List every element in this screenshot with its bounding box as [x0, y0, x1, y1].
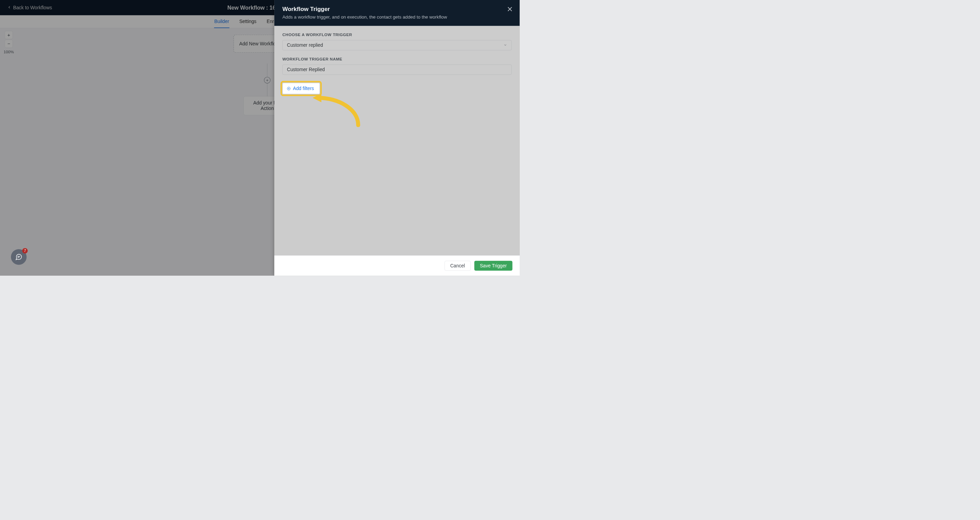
zoom-controls: + − 100% — [4, 31, 14, 54]
trigger-select[interactable]: Customer replied — [282, 40, 511, 51]
close-icon — [507, 6, 513, 13]
choose-trigger-label: CHOOSE A WORKFLOW TRIGGER — [282, 32, 511, 37]
panel-footer: Cancel Save Trigger — [274, 255, 520, 276]
chat-badge: 7 — [22, 248, 28, 254]
zoom-level-label: 100% — [4, 49, 14, 54]
back-label: Back to Workflows — [13, 5, 52, 10]
panel-body: CHOOSE A WORKFLOW TRIGGER Customer repli… — [274, 26, 520, 255]
chevron-down-icon — [504, 42, 508, 48]
tab-settings[interactable]: Settings — [239, 16, 256, 28]
add-step-button[interactable]: + — [264, 77, 270, 84]
panel-subtitle: Adds a workflow trigger, and on executio… — [282, 14, 511, 19]
chat-widget[interactable]: 7 — [11, 249, 27, 265]
add-filters-button[interactable]: Add filters — [282, 83, 320, 94]
annotation-arrow-icon — [311, 92, 362, 127]
workflow-trigger-panel: Workflow Trigger Adds a workflow trigger… — [274, 0, 520, 276]
chevron-left-icon — [7, 5, 11, 10]
svg-marker-7 — [312, 94, 321, 102]
plus-circle-icon — [287, 87, 291, 91]
add-filters-label: Add filters — [293, 86, 314, 91]
save-trigger-button[interactable]: Save Trigger — [474, 261, 512, 271]
connector-line — [267, 84, 267, 96]
zoom-out-button[interactable]: − — [5, 40, 13, 48]
trigger-select-value: Customer replied — [287, 42, 323, 48]
close-button[interactable] — [507, 6, 513, 13]
connector-line — [267, 64, 267, 76]
cancel-button[interactable]: Cancel — [444, 261, 471, 271]
tab-builder[interactable]: Builder — [215, 16, 229, 28]
zoom-in-button[interactable]: + — [5, 31, 13, 39]
trigger-name-input[interactable] — [282, 65, 511, 75]
panel-header: Workflow Trigger Adds a workflow trigger… — [274, 0, 520, 26]
panel-title: Workflow Trigger — [282, 6, 511, 13]
back-to-workflows-link[interactable]: Back to Workflows — [7, 5, 52, 10]
add-filters-highlight: Add filters — [282, 83, 320, 94]
trigger-name-label: WORKFLOW TRIGGER NAME — [282, 57, 511, 62]
